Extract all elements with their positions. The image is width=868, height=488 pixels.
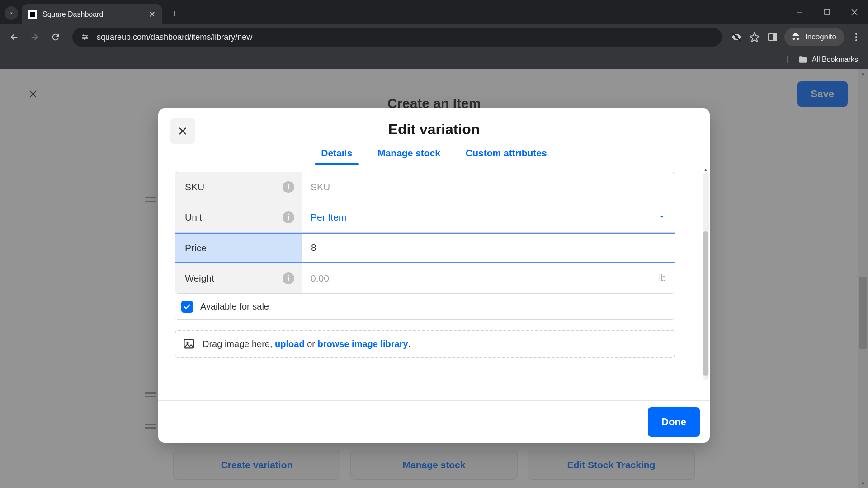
browser-toolbar: squareup.com/dashboard/items/library/new…: [0, 24, 868, 50]
folder-icon: [798, 55, 807, 64]
browse-library-link[interactable]: browse image library: [318, 339, 408, 349]
sku-row: SKU i: [175, 172, 675, 202]
tab-favicon: [28, 10, 37, 19]
svg-point-4: [84, 38, 85, 40]
svg-rect-10: [184, 340, 194, 348]
weight-row: Weight i lb: [175, 263, 675, 293]
available-for-sale-row: Available for sale: [175, 294, 675, 320]
maximize-button[interactable]: [814, 0, 841, 24]
tab-details[interactable]: Details: [321, 148, 352, 165]
price-input-wrapper: 8: [302, 234, 675, 262]
modal-title: Edit variation: [158, 121, 710, 138]
browser-menu-icon[interactable]: [850, 31, 863, 43]
svg-rect-6: [773, 33, 777, 41]
sku-label: SKU i: [175, 172, 302, 202]
edit-variation-modal: Edit variation Details Manage stock Cust…: [158, 108, 710, 443]
unit-select[interactable]: Per Item: [302, 202, 675, 232]
incognito-icon: [791, 32, 801, 42]
weight-label: Weight i: [175, 263, 302, 293]
check-icon: [183, 303, 191, 311]
tab-search-button[interactable]: [5, 6, 18, 20]
unit-label: Unit i: [175, 202, 302, 232]
chevron-down-icon: [657, 211, 667, 224]
price-row: Price 8: [175, 233, 675, 263]
weight-input[interactable]: [311, 273, 666, 284]
tab-custom-attributes[interactable]: Custom attributes: [466, 148, 547, 165]
done-button-label: Done: [661, 416, 686, 428]
unit-row: Unit i Per Item: [175, 202, 675, 233]
unit-value: Per Item: [311, 212, 346, 223]
svg-rect-1: [825, 9, 830, 14]
bookmark-star-icon[interactable]: [748, 31, 761, 43]
incognito-chip[interactable]: Incognito: [784, 28, 844, 46]
svg-point-3: [86, 36, 87, 38]
svg-rect-0: [797, 12, 802, 13]
page-viewport: Save Create an Item Create variation Man…: [0, 69, 868, 488]
window-controls: [787, 0, 868, 24]
available-checkbox[interactable]: [181, 301, 193, 313]
close-window-button[interactable]: [841, 0, 868, 24]
bookmarks-bar: | All Bookmarks: [0, 50, 868, 69]
image-dropzone[interactable]: Drag image here, upload or browse image …: [175, 330, 675, 358]
browser-titlebar: Square Dashboard ✕ +: [0, 0, 868, 24]
address-bar[interactable]: squareup.com/dashboard/items/library/new: [72, 28, 722, 47]
info-icon[interactable]: i: [283, 181, 294, 193]
sku-input[interactable]: [311, 182, 666, 192]
price-label: Price: [175, 234, 302, 262]
url-text: squareup.com/dashboard/items/library/new: [97, 33, 252, 42]
available-label: Available for sale: [200, 301, 269, 312]
price-input[interactable]: 8: [311, 242, 317, 253]
svg-point-2: [83, 34, 84, 36]
variation-form: SKU i Unit i Per Item: [175, 172, 675, 294]
weight-unit: lb: [659, 273, 666, 283]
incognito-label: Incognito: [805, 33, 836, 42]
info-icon[interactable]: i: [283, 272, 294, 284]
forward-button[interactable]: [26, 28, 43, 46]
scroll-thumb[interactable]: [703, 231, 708, 376]
close-icon: [178, 126, 188, 136]
svg-point-9: [855, 39, 857, 41]
browser-tab[interactable]: Square Dashboard ✕: [22, 4, 162, 24]
tab-close-icon[interactable]: ✕: [149, 9, 156, 19]
side-panel-icon[interactable]: [766, 31, 779, 43]
modal-scrollbar[interactable]: ▲: [703, 173, 709, 380]
info-icon[interactable]: i: [283, 211, 294, 223]
back-button[interactable]: [5, 28, 23, 46]
done-button[interactable]: Done: [648, 407, 700, 437]
minimize-button[interactable]: [787, 0, 814, 24]
eye-off-icon[interactable]: [730, 31, 743, 43]
tab-manage-stock[interactable]: Manage stock: [377, 148, 440, 165]
tab-title: Square Dashboard: [42, 10, 103, 19]
reload-button[interactable]: [47, 28, 64, 46]
site-settings-icon[interactable]: [80, 32, 90, 42]
new-tab-button[interactable]: +: [166, 6, 182, 22]
image-icon: [183, 338, 195, 350]
modal-close-button[interactable]: [170, 118, 195, 144]
svg-point-11: [186, 342, 189, 344]
scroll-up-icon[interactable]: ▲: [703, 166, 709, 173]
svg-point-7: [855, 33, 857, 35]
svg-point-8: [855, 36, 857, 38]
dropzone-text: Drag image here,: [203, 339, 275, 349]
all-bookmarks-link[interactable]: All Bookmarks: [812, 56, 858, 64]
upload-link[interactable]: upload: [275, 339, 305, 349]
